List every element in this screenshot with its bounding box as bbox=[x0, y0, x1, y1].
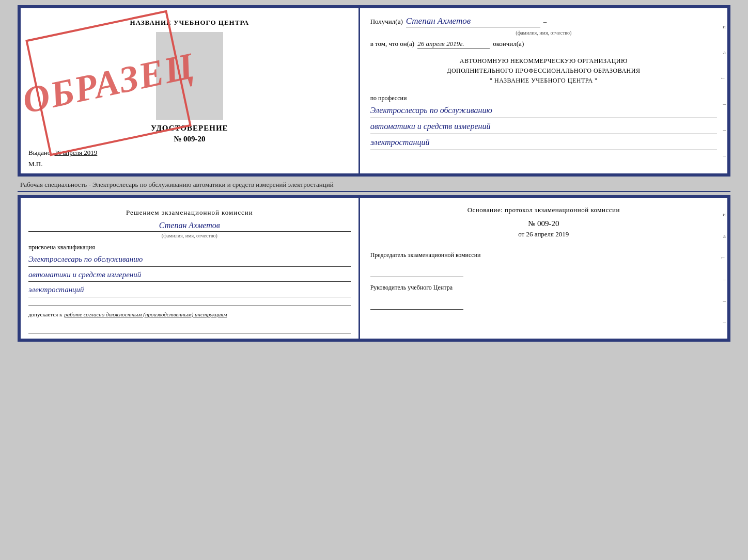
cert-left-panel: НАЗВАНИЕ УЧЕБНОГО ЦЕНТРА УДОСТОВЕРЕНИЕ №… bbox=[21, 8, 360, 173]
protocol-number: № 009-20 bbox=[370, 219, 717, 228]
protocol-date: от 26 апреля 2019 bbox=[370, 230, 717, 238]
recipient-line: Получил(а) Степан Ахметов – bbox=[370, 16, 717, 27]
received-label: Получил(а) bbox=[370, 18, 403, 26]
spine-marks-top: и а ← – – – bbox=[716, 8, 727, 173]
protocol-date-value: 26 апреля 2019 bbox=[526, 230, 569, 238]
allowed-value: работе согласно должностным (производств… bbox=[64, 311, 227, 317]
org-line1: АВТОНОМНУЮ НЕКОММЕРЧЕСКУЮ ОРГАНИЗАЦИЮ bbox=[460, 57, 628, 65]
qualification-line1: Электрослесарь по обслуживанию bbox=[28, 253, 351, 267]
org-line2: ДОПОЛНИТЕЛЬНОГО ПРОФЕССИОНАЛЬНОГО ОБРАЗО… bbox=[447, 67, 640, 74]
protocol-date-prefix: от bbox=[518, 230, 524, 238]
school-name: НАЗВАНИЕ УЧЕБНОГО ЦЕНТРА bbox=[130, 19, 250, 27]
in-that-label: в том, что он(а) bbox=[370, 40, 415, 48]
issued-label: Выдано bbox=[28, 149, 51, 156]
spine-marks-bottom: и а ← – – – bbox=[716, 198, 727, 339]
director-block: Руководитель учебного Центра bbox=[370, 283, 717, 312]
photo-placeholder bbox=[156, 32, 223, 120]
org-line3: " НАЗВАНИЕ УЧЕБНОГО ЦЕНТРА " bbox=[490, 77, 597, 84]
certificate-top: НАЗВАНИЕ УЧЕБНОГО ЦЕНТРА УДОСТОВЕРЕНИЕ №… bbox=[18, 5, 730, 177]
certificate-bottom: Решением экзаменационной комиссии Степан… bbox=[18, 195, 730, 342]
bottom-right-panel: Основание: протокол экзаменационной коми… bbox=[360, 198, 727, 339]
qualification-line3: электростанций bbox=[28, 284, 351, 297]
chairman-signature-line bbox=[370, 268, 463, 277]
cert-right-panel: Получил(а) Степан Ахметов – (фамилия, им… bbox=[360, 8, 727, 173]
allowed-prefix: допускается к bbox=[28, 311, 62, 317]
profession-label: по профессии bbox=[370, 94, 717, 102]
org-block: АВТОНОМНУЮ НЕКОММЕРЧЕСКУЮ ОРГАНИЗАЦИЮ ДО… bbox=[370, 56, 717, 86]
allowed-label: допускается к работе согласно должностны… bbox=[28, 311, 351, 317]
separator-text: Рабочая специальность - Электрослесарь п… bbox=[18, 181, 730, 192]
fio-sublabel-bottom: (фамилия, имя, отчество) bbox=[28, 233, 351, 238]
qualification-line2: автоматики и средств измерений bbox=[28, 269, 351, 282]
qualification-label: присвоена квалификация bbox=[28, 244, 351, 251]
issued-date-value: 26 апреля 2019 bbox=[55, 149, 98, 156]
completion-date: 26 апреля 2019г. bbox=[417, 40, 490, 49]
mp-label: М.П. bbox=[28, 160, 42, 168]
recipient-name: Степан Ахметов bbox=[406, 16, 540, 27]
chairman-title: Председатель экзаменационной комиссии bbox=[370, 251, 717, 260]
basis-title: Основание: протокол экзаменационной коми… bbox=[370, 206, 717, 214]
cert-number: № 009-20 bbox=[174, 135, 205, 143]
bottom-left-panel: Решением экзаменационной комиссии Степан… bbox=[21, 198, 360, 339]
person-name-bottom: Степан Ахметов bbox=[28, 221, 351, 232]
director-title: Руководитель учебного Центра bbox=[370, 283, 717, 292]
profession-line2: автоматики и средств измерений bbox=[370, 120, 717, 134]
profession-line3: электростанций bbox=[370, 136, 717, 150]
info-line: в том, что он(а) 26 апреля 2019г. окончи… bbox=[370, 40, 717, 49]
director-signature-line bbox=[370, 300, 463, 310]
finished-label: окончил(а) bbox=[493, 40, 524, 48]
cert-title: УДОСТОВЕРЕНИЕ bbox=[151, 124, 228, 133]
issued-date: Выдано 26 апреля 2019 bbox=[28, 149, 97, 157]
fio-sublabel: (фамилия, имя, отчество) bbox=[370, 30, 717, 36]
commission-title: Решением экзаменационной комиссии bbox=[28, 209, 351, 217]
chairman-block: Председатель экзаменационной комиссии bbox=[370, 251, 717, 279]
profession-line1: Электрослесарь по обслуживанию bbox=[370, 104, 717, 118]
